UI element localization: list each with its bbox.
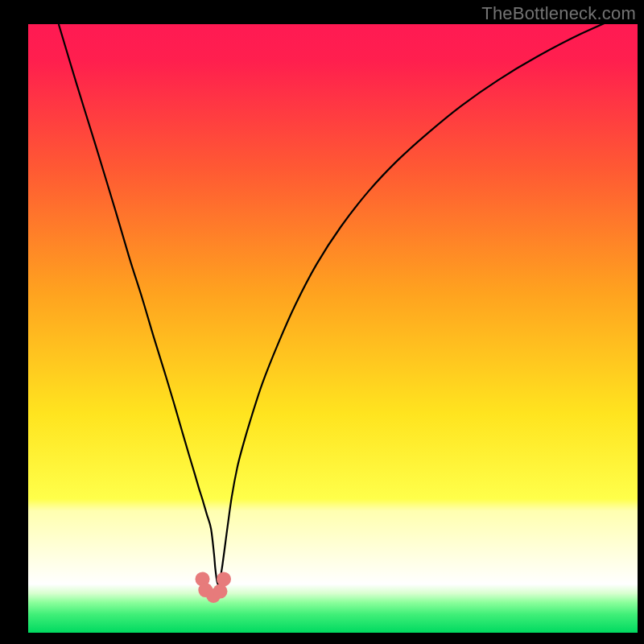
bottleneck-chart	[0, 0, 644, 644]
watermark-text: TheBottleneck.com	[481, 3, 636, 24]
chart-frame: TheBottleneck.com	[0, 0, 644, 644]
plot-background	[28, 24, 638, 633]
curve-marker	[217, 572, 231, 586]
